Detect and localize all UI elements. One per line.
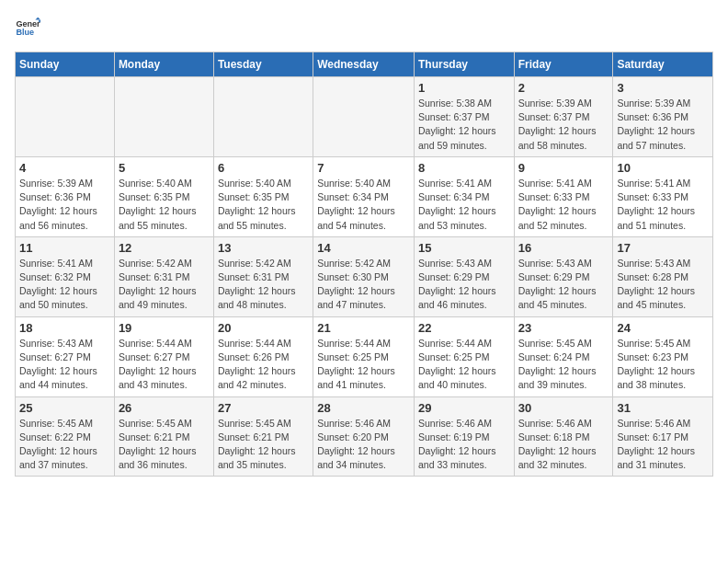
day-detail: Sunrise: 5:44 AM Sunset: 6:25 PM Dayligh… xyxy=(317,337,410,393)
calendar-cell: 2Sunrise: 5:39 AM Sunset: 6:37 PM Daylig… xyxy=(514,77,613,157)
day-detail: Sunrise: 5:43 AM Sunset: 6:28 PM Dayligh… xyxy=(617,257,709,313)
day-number: 25 xyxy=(19,401,110,415)
weekday-header-sunday: Sunday xyxy=(16,52,115,77)
day-detail: Sunrise: 5:42 AM Sunset: 6:31 PM Dayligh… xyxy=(119,257,210,313)
day-detail: Sunrise: 5:46 AM Sunset: 6:19 PM Dayligh… xyxy=(418,417,510,473)
day-detail: Sunrise: 5:41 AM Sunset: 6:33 PM Dayligh… xyxy=(518,177,609,233)
calendar-cell: 15Sunrise: 5:43 AM Sunset: 6:29 PM Dayli… xyxy=(414,236,514,316)
day-number: 18 xyxy=(19,321,110,335)
calendar-cell: 19Sunrise: 5:44 AM Sunset: 6:27 PM Dayli… xyxy=(114,316,213,396)
day-detail: Sunrise: 5:46 AM Sunset: 6:20 PM Dayligh… xyxy=(317,417,410,473)
calendar-cell: 18Sunrise: 5:43 AM Sunset: 6:27 PM Dayli… xyxy=(16,316,115,396)
calendar-week-2: 4Sunrise: 5:39 AM Sunset: 6:36 PM Daylig… xyxy=(16,156,713,236)
calendar-cell: 10Sunrise: 5:41 AM Sunset: 6:33 PM Dayli… xyxy=(613,156,713,236)
day-number: 10 xyxy=(617,161,709,175)
day-number: 13 xyxy=(218,241,309,255)
calendar-cell: 8Sunrise: 5:41 AM Sunset: 6:34 PM Daylig… xyxy=(414,156,514,236)
calendar-cell: 11Sunrise: 5:41 AM Sunset: 6:32 PM Dayli… xyxy=(16,236,115,316)
calendar-week-3: 11Sunrise: 5:41 AM Sunset: 6:32 PM Dayli… xyxy=(16,236,713,316)
weekday-header-friday: Friday xyxy=(514,52,613,77)
day-number: 30 xyxy=(518,401,609,415)
weekday-header-thursday: Thursday xyxy=(414,52,514,77)
day-number: 29 xyxy=(418,401,510,415)
svg-text:General: General xyxy=(16,19,40,29)
day-detail: Sunrise: 5:39 AM Sunset: 6:36 PM Dayligh… xyxy=(19,177,110,233)
calendar-cell: 21Sunrise: 5:44 AM Sunset: 6:25 PM Dayli… xyxy=(313,316,415,396)
day-detail: Sunrise: 5:40 AM Sunset: 6:35 PM Dayligh… xyxy=(218,177,309,233)
calendar-cell: 22Sunrise: 5:44 AM Sunset: 6:25 PM Dayli… xyxy=(414,316,514,396)
calendar-week-4: 18Sunrise: 5:43 AM Sunset: 6:27 PM Dayli… xyxy=(16,316,713,396)
day-number: 6 xyxy=(218,161,309,175)
calendar-cell: 4Sunrise: 5:39 AM Sunset: 6:36 PM Daylig… xyxy=(16,156,115,236)
day-detail: Sunrise: 5:39 AM Sunset: 6:36 PM Dayligh… xyxy=(617,97,709,153)
day-number: 17 xyxy=(617,241,709,255)
day-number: 31 xyxy=(617,401,709,415)
day-detail: Sunrise: 5:46 AM Sunset: 6:17 PM Dayligh… xyxy=(617,417,709,473)
day-detail: Sunrise: 5:45 AM Sunset: 6:21 PM Dayligh… xyxy=(218,417,309,473)
calendar-cell xyxy=(213,77,313,157)
calendar-cell: 26Sunrise: 5:45 AM Sunset: 6:21 PM Dayli… xyxy=(114,396,213,477)
calendar-cell: 12Sunrise: 5:42 AM Sunset: 6:31 PM Dayli… xyxy=(114,236,213,316)
calendar-cell: 13Sunrise: 5:42 AM Sunset: 6:31 PM Dayli… xyxy=(213,236,313,316)
day-detail: Sunrise: 5:44 AM Sunset: 6:27 PM Dayligh… xyxy=(119,337,210,393)
day-number: 2 xyxy=(518,81,609,95)
day-number: 5 xyxy=(119,161,210,175)
calendar-cell: 20Sunrise: 5:44 AM Sunset: 6:26 PM Dayli… xyxy=(213,316,313,396)
calendar-cell: 25Sunrise: 5:45 AM Sunset: 6:22 PM Dayli… xyxy=(16,396,115,477)
day-detail: Sunrise: 5:40 AM Sunset: 6:35 PM Dayligh… xyxy=(119,177,210,233)
calendar-cell xyxy=(16,77,115,157)
day-number: 7 xyxy=(317,161,410,175)
day-detail: Sunrise: 5:42 AM Sunset: 6:30 PM Dayligh… xyxy=(317,257,410,313)
calendar-cell: 28Sunrise: 5:46 AM Sunset: 6:20 PM Dayli… xyxy=(313,396,415,477)
day-detail: Sunrise: 5:42 AM Sunset: 6:31 PM Dayligh… xyxy=(218,257,309,313)
day-number: 26 xyxy=(119,401,210,415)
day-number: 4 xyxy=(19,161,110,175)
day-detail: Sunrise: 5:38 AM Sunset: 6:37 PM Dayligh… xyxy=(418,97,510,153)
day-detail: Sunrise: 5:40 AM Sunset: 6:34 PM Dayligh… xyxy=(317,177,410,233)
calendar-week-5: 25Sunrise: 5:45 AM Sunset: 6:22 PM Dayli… xyxy=(16,396,713,477)
day-number: 3 xyxy=(617,81,709,95)
weekday-header-saturday: Saturday xyxy=(613,52,713,77)
calendar-cell: 14Sunrise: 5:42 AM Sunset: 6:30 PM Dayli… xyxy=(313,236,415,316)
day-detail: Sunrise: 5:44 AM Sunset: 6:26 PM Dayligh… xyxy=(218,337,309,393)
weekday-header-tuesday: Tuesday xyxy=(213,52,313,77)
page-header: General Blue xyxy=(15,15,713,40)
day-detail: Sunrise: 5:43 AM Sunset: 6:29 PM Dayligh… xyxy=(418,257,510,313)
day-detail: Sunrise: 5:41 AM Sunset: 6:33 PM Dayligh… xyxy=(617,177,709,233)
day-number: 20 xyxy=(218,321,309,335)
day-number: 12 xyxy=(119,241,210,255)
day-number: 1 xyxy=(418,81,510,95)
day-detail: Sunrise: 5:43 AM Sunset: 6:27 PM Dayligh… xyxy=(19,337,110,393)
calendar-cell: 1Sunrise: 5:38 AM Sunset: 6:37 PM Daylig… xyxy=(414,77,514,157)
day-detail: Sunrise: 5:45 AM Sunset: 6:22 PM Dayligh… xyxy=(19,417,110,473)
day-detail: Sunrise: 5:45 AM Sunset: 6:24 PM Dayligh… xyxy=(518,337,609,393)
svg-text:Blue: Blue xyxy=(16,28,34,37)
logo: General Blue xyxy=(15,15,44,40)
calendar-cell: 23Sunrise: 5:45 AM Sunset: 6:24 PM Dayli… xyxy=(514,316,613,396)
day-number: 8 xyxy=(418,161,510,175)
calendar-cell xyxy=(313,77,415,157)
calendar-cell: 24Sunrise: 5:45 AM Sunset: 6:23 PM Dayli… xyxy=(613,316,713,396)
calendar-cell xyxy=(114,77,213,157)
calendar-cell: 9Sunrise: 5:41 AM Sunset: 6:33 PM Daylig… xyxy=(514,156,613,236)
day-detail: Sunrise: 5:41 AM Sunset: 6:32 PM Dayligh… xyxy=(19,257,110,313)
day-number: 11 xyxy=(19,241,110,255)
calendar-cell: 17Sunrise: 5:43 AM Sunset: 6:28 PM Dayli… xyxy=(613,236,713,316)
day-number: 9 xyxy=(518,161,609,175)
day-number: 27 xyxy=(218,401,309,415)
day-detail: Sunrise: 5:46 AM Sunset: 6:18 PM Dayligh… xyxy=(518,417,609,473)
day-number: 16 xyxy=(518,241,609,255)
calendar-cell: 31Sunrise: 5:46 AM Sunset: 6:17 PM Dayli… xyxy=(613,396,713,477)
day-detail: Sunrise: 5:44 AM Sunset: 6:25 PM Dayligh… xyxy=(418,337,510,393)
calendar-cell: 27Sunrise: 5:45 AM Sunset: 6:21 PM Dayli… xyxy=(213,396,313,477)
calendar-cell: 30Sunrise: 5:46 AM Sunset: 6:18 PM Dayli… xyxy=(514,396,613,477)
calendar-cell: 29Sunrise: 5:46 AM Sunset: 6:19 PM Dayli… xyxy=(414,396,514,477)
calendar-week-1: 1Sunrise: 5:38 AM Sunset: 6:37 PM Daylig… xyxy=(16,77,713,157)
calendar-cell: 6Sunrise: 5:40 AM Sunset: 6:35 PM Daylig… xyxy=(213,156,313,236)
calendar-cell: 7Sunrise: 5:40 AM Sunset: 6:34 PM Daylig… xyxy=(313,156,415,236)
day-detail: Sunrise: 5:45 AM Sunset: 6:23 PM Dayligh… xyxy=(617,337,709,393)
day-number: 24 xyxy=(617,321,709,335)
day-detail: Sunrise: 5:39 AM Sunset: 6:37 PM Dayligh… xyxy=(518,97,609,153)
calendar-cell: 3Sunrise: 5:39 AM Sunset: 6:36 PM Daylig… xyxy=(613,77,713,157)
logo-icon: General Blue xyxy=(15,15,40,40)
